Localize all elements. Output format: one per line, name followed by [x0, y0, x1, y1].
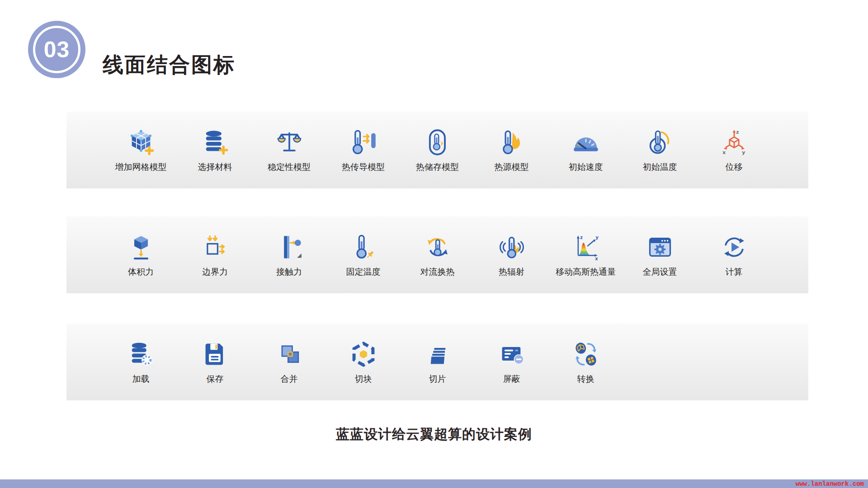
- website-url: www.lanlanwork.com: [796, 480, 864, 488]
- section-number: 03: [44, 37, 70, 63]
- icon-item-stability-model: 稳定性模型: [252, 112, 326, 188]
- icon-label: 转换: [577, 373, 594, 385]
- initial-temperature-icon: [646, 129, 674, 156]
- empty-cell: [623, 324, 697, 400]
- icon-label: 切块: [355, 373, 372, 385]
- icon-label: 热储存模型: [416, 161, 459, 173]
- icon-label: 位移: [726, 161, 743, 173]
- icon-label: 接触力: [276, 266, 302, 278]
- icon-label: 体积力: [128, 266, 154, 278]
- icon-item-compute: 计算: [697, 216, 771, 293]
- convective-heat-transfer-icon: [424, 234, 451, 261]
- save-icon: [202, 341, 229, 368]
- slide: 03 线面结合图标 增加网格模型 选择材料 稳定性模型 热传导模型 热储存模型 …: [0, 0, 868, 488]
- icon-item-initial-velocity: 初始速度: [549, 112, 623, 188]
- icon-label: 热源模型: [495, 161, 529, 173]
- svg-text:x: x: [595, 256, 598, 261]
- icon-item-contact-force: 接触力: [252, 216, 326, 293]
- svg-text:y: y: [595, 235, 599, 240]
- cut-block-icon: [350, 341, 377, 368]
- icon-item-convective-heat-transfer: 对流换热: [401, 216, 475, 293]
- empty-cell: [697, 324, 771, 400]
- load-icon: [127, 341, 155, 368]
- icon-label: 初始速度: [569, 161, 603, 173]
- section-number-badge: 03: [28, 21, 85, 78]
- icon-item-displacement: zxy 位移: [697, 112, 771, 188]
- icon-item-select-material: 选择材料: [178, 112, 252, 188]
- moving-gaussian-heat-flux-icon: zyx: [572, 234, 599, 261]
- displacement-icon: zxy: [721, 129, 748, 156]
- icon-item-global-settings: 全局设置: [623, 216, 697, 293]
- icon-band-row-3: 加载 保存 合并 切块 切片 屏蔽 转换: [66, 324, 808, 400]
- icon-band-row-2: 体积力 边界力 接触力 固定温度 对流换热 热辐射 zyx 移动高斯热通量 全局…: [66, 216, 808, 293]
- add-mesh-model-icon: [127, 129, 155, 156]
- icon-item-cut-block: 切块: [326, 324, 401, 400]
- boundary-force-icon: [202, 234, 229, 261]
- volume-force-icon: [127, 234, 155, 261]
- initial-velocity-icon: [572, 129, 599, 156]
- icon-item-save: 保存: [178, 324, 252, 400]
- svg-text:y: y: [742, 150, 745, 155]
- icon-item-convert: 转换: [549, 324, 623, 400]
- icon-item-heat-source-model: 热源模型: [475, 112, 549, 188]
- icon-label: 合并: [281, 373, 298, 385]
- icon-label: 热辐射: [499, 266, 524, 278]
- page-title: 线面结合图标: [103, 51, 236, 79]
- icon-label: 稳定性模型: [268, 161, 311, 173]
- icon-item-load: 加载: [104, 324, 178, 400]
- icon-item-boundary-force: 边界力: [178, 216, 252, 293]
- merge-icon: [276, 341, 303, 368]
- icon-item-volume-force: 体积力: [104, 216, 178, 293]
- convert-icon: [572, 341, 599, 368]
- icon-label: 全局设置: [643, 266, 677, 278]
- icon-label: 选择材料: [198, 161, 232, 173]
- icon-label: 加载: [132, 373, 150, 385]
- icon-item-thermal-radiation: 热辐射: [475, 216, 549, 293]
- icon-band-row-1: 增加网格模型 选择材料 稳定性模型 热传导模型 热储存模型 热源模型 初始速度 …: [66, 112, 808, 188]
- icon-item-heat-storage-model: 热储存模型: [401, 112, 475, 188]
- icon-item-add-mesh-model: 增加网格模型: [104, 112, 178, 188]
- icon-item-heat-conduction-model: 热传导模型: [326, 112, 401, 188]
- select-material-icon: [202, 129, 229, 156]
- mask-icon: [498, 341, 525, 368]
- icon-label: 切片: [429, 373, 446, 385]
- heat-conduction-model-icon: [350, 129, 377, 156]
- icon-item-slice: 切片: [401, 324, 475, 400]
- svg-text:z: z: [580, 235, 583, 240]
- icon-label: 初始温度: [643, 161, 677, 173]
- footer-caption: 蓝蓝设计给云翼超算的设计案例: [0, 425, 868, 444]
- icon-label: 移动高斯热通量: [556, 266, 616, 278]
- icon-label: 固定温度: [346, 266, 381, 278]
- compute-icon: [721, 234, 748, 261]
- icon-label: 计算: [726, 266, 743, 278]
- contact-force-icon: [276, 234, 303, 261]
- icon-item-fixed-temperature: 固定温度: [326, 216, 401, 293]
- icon-label: 对流换热: [420, 266, 455, 278]
- icon-label: 增加网格模型: [115, 161, 167, 173]
- icon-item-moving-gaussian-heat-flux: zyx 移动高斯热通量: [549, 216, 623, 293]
- icon-label: 保存: [207, 373, 224, 385]
- icon-label: 边界力: [202, 266, 228, 278]
- fixed-temperature-icon: [350, 234, 377, 261]
- stability-model-icon: [276, 129, 303, 156]
- bottom-bar: www.lanlanwork.com: [0, 479, 868, 488]
- icon-item-mask: 屏蔽: [475, 324, 549, 400]
- icon-item-initial-temperature: 初始温度: [623, 112, 697, 188]
- thermal-radiation-icon: [498, 234, 525, 261]
- icon-label: 屏蔽: [503, 373, 520, 385]
- svg-text:x: x: [722, 150, 726, 155]
- slice-icon: [424, 341, 451, 368]
- svg-text:z: z: [736, 129, 739, 135]
- heat-storage-model-icon: [424, 129, 451, 156]
- global-settings-icon: [646, 234, 674, 261]
- icon-label: 热传导模型: [342, 161, 385, 173]
- icon-item-merge: 合并: [252, 324, 326, 400]
- heat-source-model-icon: [498, 129, 525, 156]
